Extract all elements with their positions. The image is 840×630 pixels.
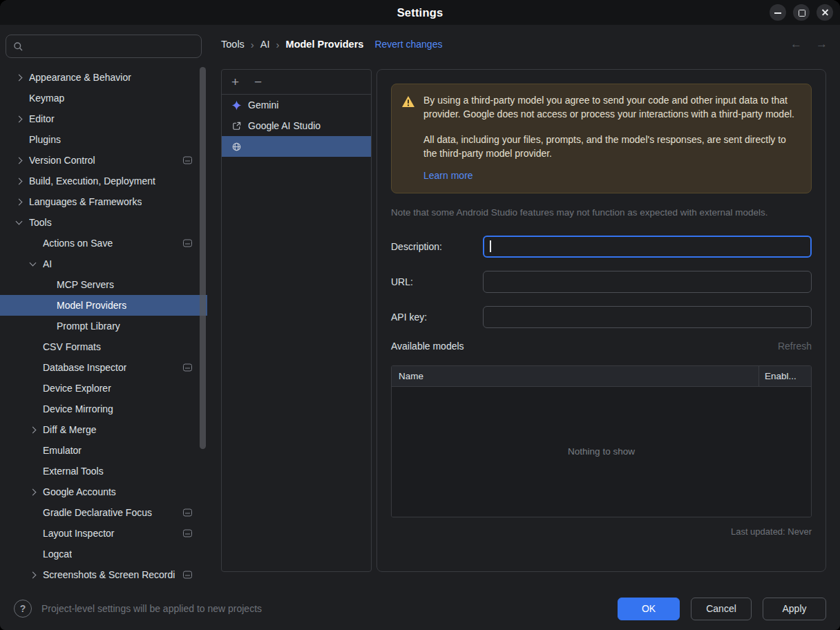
- sidebar-item-editor[interactable]: Editor: [0, 108, 207, 129]
- cancel-button[interactable]: Cancel: [691, 598, 752, 620]
- chevron-down-icon: [30, 260, 37, 267]
- window-title: Settings: [397, 6, 443, 19]
- sidebar-item-languages-frameworks[interactable]: Languages & Frameworks: [0, 191, 207, 212]
- sidebar-item-label: CSV Formats: [43, 341, 101, 352]
- ok-button[interactable]: OK: [618, 598, 680, 620]
- models-table-body: Nothing to show: [392, 387, 811, 517]
- shared-settings-icon: [183, 364, 192, 372]
- shared-settings-icon: [183, 157, 192, 164]
- forward-arrow-icon[interactable]: →: [816, 37, 828, 51]
- breadcrumb: Tools › AI › Model Providers Revert chan…: [221, 25, 828, 64]
- sidebar-item-device-mirroring[interactable]: Device Mirroring: [0, 399, 207, 419]
- add-provider-button[interactable]: +: [231, 75, 239, 88]
- provider-label: Gemini: [248, 99, 278, 111]
- settings-tree: Appearance & Behavior Keymap Editor Plug…: [0, 67, 207, 585]
- sidebar-item-keymap[interactable]: Keymap: [0, 88, 207, 108]
- refresh-button[interactable]: Refresh: [778, 341, 812, 352]
- sidebar-item-appearance-behavior[interactable]: Appearance & Behavior: [0, 67, 207, 88]
- model-provider-detail-panel: By using a third-party model you agree t…: [376, 69, 826, 572]
- last-updated-label: Last updated: Never: [391, 526, 812, 537]
- shared-settings-icon: [183, 530, 192, 537]
- learn-more-link[interactable]: Learn more: [423, 169, 473, 183]
- sidebar-item-label: AI: [43, 258, 52, 269]
- sidebar-item-database-inspector[interactable]: Database Inspector: [0, 357, 207, 378]
- warning-paragraph-2: All data, including your files, prompts,…: [423, 133, 800, 160]
- remove-provider-button[interactable]: −: [254, 75, 262, 88]
- sidebar-item-label: External Tools: [43, 466, 104, 477]
- api-key-label: API key:: [391, 312, 483, 323]
- sidebar-item-model-providers[interactable]: Model Providers: [0, 295, 207, 316]
- revert-changes-link[interactable]: Revert changes: [374, 39, 442, 50]
- sidebar-item-build-execution-deployment[interactable]: Build, Execution, Deployment: [0, 171, 207, 191]
- sidebar-item-label: Actions on Save: [43, 238, 113, 249]
- sidebar-item-logcat[interactable]: Logcat: [0, 544, 207, 564]
- sidebar-item-mcp-servers[interactable]: MCP Servers: [0, 274, 207, 295]
- sidebar-item-label: Build, Execution, Deployment: [29, 175, 155, 187]
- sidebar-item-emulator[interactable]: Emulator: [0, 440, 207, 461]
- sidebar-item-plugins[interactable]: Plugins: [0, 129, 207, 150]
- provider-label: Google AI Studio: [248, 120, 321, 131]
- sidebar-item-google-accounts[interactable]: Google Accounts: [0, 481, 207, 502]
- search-input[interactable]: [6, 35, 202, 58]
- sidebar-item-device-explorer[interactable]: Device Explorer: [0, 378, 207, 399]
- breadcrumb-model-providers: Model Providers: [286, 39, 364, 50]
- sidebar-item-diff-merge[interactable]: Diff & Merge: [0, 419, 207, 440]
- settings-sidebar: Appearance & Behavior Keymap Editor Plug…: [0, 25, 207, 587]
- provider-item-new[interactable]: [222, 136, 371, 157]
- sidebar-item-version-control[interactable]: Version Control: [0, 150, 207, 171]
- sidebar-item-label: Keymap: [29, 93, 64, 104]
- sidebar-item-actions-on-save[interactable]: Actions on Save: [0, 233, 207, 254]
- chevron-right-icon: [16, 198, 23, 205]
- empty-table-message: Nothing to show: [568, 446, 635, 457]
- text-caret: [490, 240, 491, 252]
- external-models-note: Note that some Android Studio features m…: [391, 207, 812, 218]
- footer-hint: Project-level settings will be applied t…: [41, 603, 607, 614]
- shared-settings-icon: [183, 509, 192, 517]
- third-party-warning-banner: By using a third-party model you agree t…: [391, 84, 812, 193]
- breadcrumb-ai[interactable]: AI: [260, 39, 270, 50]
- chevron-right-icon: [16, 157, 23, 164]
- available-models-label: Available models: [391, 341, 464, 352]
- column-header-enabled[interactable]: Enabl...: [758, 366, 811, 386]
- help-icon[interactable]: ?: [14, 600, 32, 618]
- sidebar-item-gradle-declarative-focus[interactable]: Gradle Declarative Focus: [0, 502, 207, 523]
- search-icon: [13, 41, 23, 52]
- sidebar-item-csv-formats[interactable]: CSV Formats: [0, 336, 207, 357]
- sidebar-item-ai[interactable]: AI: [0, 254, 207, 274]
- url-input[interactable]: [483, 271, 812, 293]
- breadcrumb-separator: ›: [276, 39, 280, 50]
- maximize-icon[interactable]: [793, 4, 810, 21]
- sidebar-item-prompt-library[interactable]: Prompt Library: [0, 316, 207, 336]
- breadcrumb-tools[interactable]: Tools: [221, 39, 245, 50]
- column-header-name[interactable]: Name: [392, 366, 758, 386]
- sidebar-item-label: Gradle Declarative Focus: [43, 507, 152, 518]
- sidebar-item-external-tools[interactable]: External Tools: [0, 461, 207, 481]
- sidebar-item-label: Model Providers: [57, 300, 126, 311]
- apply-button[interactable]: Apply: [763, 598, 826, 620]
- minimize-icon[interactable]: [770, 4, 786, 21]
- back-arrow-icon[interactable]: ←: [790, 37, 802, 51]
- breadcrumb-separator: ›: [251, 39, 254, 50]
- dialog-footer: ? Project-level settings will be applied…: [0, 587, 840, 630]
- sidebar-item-label: Google Accounts: [43, 486, 116, 497]
- sidebar-scrollbar[interactable]: [200, 67, 206, 449]
- chevron-right-icon: [16, 74, 23, 81]
- sidebar-item-label: Emulator: [43, 445, 82, 456]
- sidebar-item-label: Database Inspector: [43, 362, 126, 373]
- description-label: Description:: [391, 241, 483, 252]
- description-input[interactable]: [483, 236, 812, 258]
- api-key-input[interactable]: [483, 306, 812, 328]
- sidebar-item-label: Diff & Merge: [43, 424, 97, 435]
- close-icon[interactable]: [817, 4, 833, 21]
- chevron-right-icon: [16, 178, 23, 184]
- sidebar-item-tools[interactable]: Tools: [0, 212, 207, 233]
- settings-dialog: Settings Appearance & Behavior Keymap Ed…: [0, 0, 840, 630]
- provider-item-gemini[interactable]: Gemini: [222, 95, 371, 115]
- shared-settings-icon: [183, 240, 192, 247]
- sidebar-item-label: Prompt Library: [57, 321, 120, 332]
- sidebar-item-screenshots-screen-recording[interactable]: Screenshots & Screen Recordi: [0, 564, 207, 585]
- provider-list-panel: + − Gemini Google AI Studio: [221, 69, 372, 572]
- sidebar-item-layout-inspector[interactable]: Layout Inspector: [0, 523, 207, 544]
- provider-item-google-ai-studio[interactable]: Google AI Studio: [222, 115, 371, 136]
- models-table: Name Enabl... Nothing to show: [391, 365, 812, 517]
